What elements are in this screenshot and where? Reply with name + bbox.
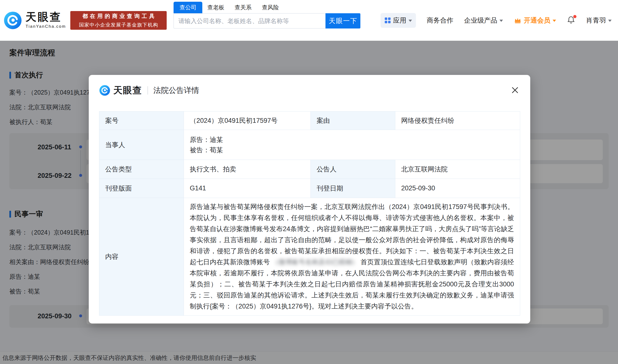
user-menu[interactable]: 肖青羽	[586, 16, 612, 25]
brand-domain: TianYanCha.com	[26, 24, 66, 29]
tab-search-boss[interactable]: 查老板	[207, 2, 224, 13]
content-blurred-account: （微博账号名称及ID已模糊）	[272, 258, 359, 266]
chevron-down-icon	[500, 20, 503, 22]
announcement-detail-table: 案号 （2024）京0491民初17597号 案由 网络侵权责任纠纷 当事人 原…	[99, 111, 520, 316]
announcer-label: 公告人	[311, 160, 395, 179]
chevron-down-icon	[409, 20, 412, 22]
tab-search-relation[interactable]: 查关系	[235, 2, 251, 13]
content-text-before: 原告迪某与被告荀某网络侵权责任纠纷一案，北京互联网法院作出（2024）京0491…	[190, 203, 514, 266]
chevron-down-icon	[553, 20, 556, 22]
plaintiff-line: 原告：迪某	[190, 135, 514, 145]
modal-title: 法院公告详情	[153, 85, 199, 96]
table-row: 公告类型 执行文书、拍卖 公告人 北京互联网法院	[99, 160, 520, 179]
table-row: 案号 （2024）京0491民初17597号 案由 网络侵权责任纠纷	[99, 112, 520, 130]
nav-enterprise[interactable]: 企业级产品	[464, 16, 503, 25]
divider	[147, 86, 148, 95]
defendant-line: 被告：荀某	[190, 145, 514, 155]
content-text-after: 首页置顶位置连续七日登载致歉声明（致歉内容须经本院审核，若逾期不履行，本院将依原…	[190, 258, 514, 310]
publication-date-label: 刊登日期	[311, 179, 395, 198]
search-area: 查公司 查老板 查关系 查风险 天眼一下	[174, 3, 360, 28]
slogan-line2: 国家中小企业发展子基金旗下机构	[79, 22, 158, 28]
user-name: 肖青羽	[586, 16, 606, 25]
publication-page-value: G141	[184, 179, 311, 198]
close-icon	[511, 86, 519, 95]
nav-apps[interactable]: 应用	[381, 13, 416, 28]
header-nav: 应用 商务合作 企业级产品 开通会员 肖青羽	[381, 13, 612, 28]
modal-brand: 天眼查	[113, 84, 142, 97]
nav-enterprise-label: 企业级产品	[464, 16, 497, 25]
nav-apps-label: 应用	[393, 16, 406, 25]
type-value: 执行文书、拍卖	[184, 160, 311, 179]
chevron-down-icon	[608, 20, 612, 22]
content-label: 内容	[99, 198, 184, 316]
case-no-value: （2024）京0491民初17597号	[184, 112, 311, 130]
content-value: 原告迪某与被告荀某网络侵权责任纠纷一案，北京互联网法院作出（2024）京0491…	[184, 198, 520, 316]
close-button[interactable]	[511, 86, 519, 95]
nav-vip-label: 开通会员	[524, 16, 550, 25]
case-no-label: 案号	[99, 112, 184, 130]
notification-dot	[573, 15, 576, 18]
announcer-value: 北京互联网法院	[395, 160, 520, 179]
cause-value: 网络侵权责任纠纷	[395, 112, 520, 130]
cause-label: 案由	[311, 112, 395, 130]
tianyancha-logo-icon	[3, 11, 22, 30]
parties-label: 当事人	[99, 130, 184, 160]
type-label: 公告类型	[99, 160, 184, 179]
slogan-line1: 都 在 用 的 商 业 查 询 工 具	[82, 13, 155, 20]
brand-slogan-badge: 都 在 用 的 商 业 查 询 工 具 国家中小企业发展子基金旗下机构	[70, 11, 167, 30]
tab-search-company[interactable]: 查公司	[174, 2, 202, 13]
court-announcement-modal: 天眼查 法院公告详情 案号 （2024）京0491民初17597号 案由 网络侵…	[89, 75, 530, 323]
search-button[interactable]: 天眼一下	[325, 13, 360, 28]
nav-cooperation-label: 商务合作	[427, 16, 453, 25]
nav-vip[interactable]: 开通会员	[514, 16, 556, 25]
tianyancha-logo[interactable]: 天眼查 TianYanCha.com	[3, 11, 66, 30]
crown-icon	[514, 16, 522, 24]
brand-name: 天眼查	[26, 12, 66, 22]
modal-header: 天眼查 法院公告详情	[99, 84, 199, 97]
apps-grid-icon	[384, 17, 391, 24]
search-tabs: 查公司 查老板 查关系 查风险	[174, 3, 360, 13]
parties-value: 原告：迪某 被告：荀某	[184, 130, 520, 160]
notifications-button[interactable]	[567, 16, 575, 25]
table-row: 当事人 原告：迪某 被告：荀某	[99, 130, 520, 160]
search-input[interactable]	[174, 13, 325, 28]
tianyancha-logo-icon	[99, 85, 110, 96]
table-row: 内容 原告迪某与被告荀某网络侵权责任纠纷一案，北京互联网法院作出（2024）京0…	[99, 198, 520, 316]
table-row: 刊登版面 G141 刊登日期 2025-09-30	[99, 179, 520, 198]
tab-search-risk[interactable]: 查风险	[262, 2, 279, 13]
publication-date-value: 2025-09-30	[395, 179, 520, 198]
publication-page-label: 刊登版面	[99, 179, 184, 198]
nav-cooperation[interactable]: 商务合作	[427, 16, 453, 25]
top-header: 天眼查 TianYanCha.com 都 在 用 的 商 业 查 询 工 具 国…	[0, 0, 618, 41]
